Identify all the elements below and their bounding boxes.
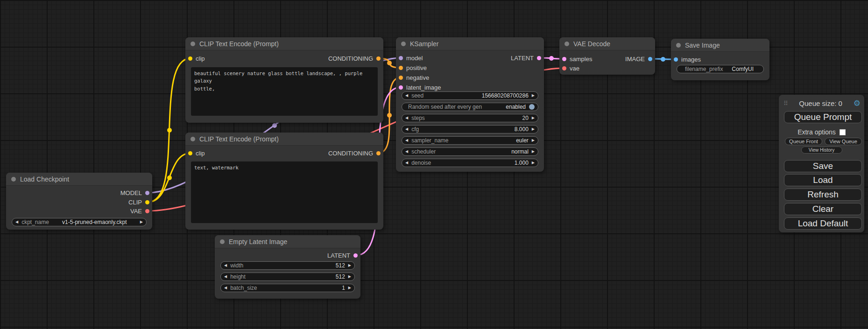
save-button[interactable]: Save: [784, 160, 862, 172]
stepper-left-icon[interactable]: ◀: [405, 139, 408, 142]
collapse-dot-icon[interactable]: [191, 42, 195, 46]
height-widget[interactable]: ◀ height 512 ▶: [220, 273, 355, 281]
image-output-port[interactable]: [648, 57, 652, 61]
stepper-left-icon[interactable]: ◀: [405, 116, 408, 120]
random-seed-toggle-widget[interactable]: Random seed after every gen enabled: [402, 103, 538, 111]
prompt-textarea[interactable]: beautiful scenery nature glass bottle la…: [191, 67, 378, 116]
node-title-bar[interactable]: CLIP Text Encode (Prompt): [185, 37, 383, 50]
vae-output-label: VAE: [130, 208, 142, 215]
drag-handle-icon[interactable]: ⠿: [783, 100, 788, 107]
samples-input-port[interactable]: [562, 57, 566, 61]
sampler-name-widget[interactable]: ◀ sampler_name euler ▶: [402, 136, 538, 145]
model-output-slot: MODEL: [120, 188, 149, 197]
stepper-right-icon[interactable]: ▶: [532, 161, 535, 165]
stepper-left-icon[interactable]: ◀: [405, 94, 408, 98]
cfg-widget[interactable]: ◀ cfg 8.000 ▶: [402, 125, 538, 133]
stepper-left-icon[interactable]: ◀: [405, 161, 408, 165]
widget-label: filename_prefix: [685, 66, 723, 72]
stepper-left-icon[interactable]: ◀: [405, 127, 408, 131]
positive-input-port[interactable]: [399, 66, 403, 70]
collapse-dot-icon[interactable]: [565, 42, 569, 46]
negative-input-port[interactable]: [399, 76, 403, 80]
load-checkpoint-node[interactable]: Load Checkpoint MODEL CLIP VAE ◀ ckpt_na…: [6, 173, 152, 230]
queue-front-button[interactable]: Queue Front: [785, 138, 822, 145]
collapse-dot-icon[interactable]: [676, 43, 681, 48]
clip-input-label: clip: [196, 150, 205, 157]
empty-latent-image-node[interactable]: Empty Latent Image LATENT ◀ width 512 ▶ …: [215, 235, 360, 299]
stepper-right-icon[interactable]: ▶: [532, 139, 535, 142]
collapse-dot-icon[interactable]: [401, 42, 406, 46]
extra-options-label: Extra options: [797, 128, 836, 136]
clip-output-port[interactable]: [145, 200, 149, 204]
ckpt-name-widget[interactable]: ◀ ckpt_name v1-5-pruned-emaonly.ckpt ▶: [12, 218, 147, 226]
batch-size-widget[interactable]: ◀ batch_size 1 ▶: [220, 284, 355, 292]
stepper-right-icon[interactable]: ▶: [532, 94, 535, 98]
save-image-node[interactable]: Save Image images filename_prefix ComfyU…: [671, 39, 769, 80]
view-queue-button[interactable]: View Queue: [825, 138, 862, 145]
extra-options-checkbox[interactable]: [840, 129, 846, 135]
node-title-bar[interactable]: Empty Latent Image: [215, 235, 360, 248]
model-output-port[interactable]: [145, 191, 149, 195]
node-title: Load Checkpoint: [20, 175, 69, 183]
collapse-dot-icon[interactable]: [11, 177, 16, 182]
node-title-bar[interactable]: Load Checkpoint: [6, 173, 152, 186]
node-title-bar[interactable]: VAE Decode: [559, 37, 655, 50]
steps-widget[interactable]: ◀ steps 20 ▶: [402, 114, 538, 122]
clip-input-label: clip: [196, 55, 205, 62]
view-history-button[interactable]: View History: [801, 147, 842, 154]
latent-image-input-port[interactable]: [399, 85, 403, 90]
conditioning-output-port[interactable]: [376, 151, 381, 155]
clip-text-encode-positive-node[interactable]: CLIP Text Encode (Prompt) clip CONDITION…: [185, 37, 383, 123]
denoise-widget[interactable]: ◀ denoise 1.000 ▶: [402, 159, 538, 167]
stepper-right-icon[interactable]: ▶: [348, 275, 351, 279]
latent-output-port[interactable]: [353, 253, 358, 258]
model-input-port[interactable]: [399, 56, 403, 60]
stepper-left-icon[interactable]: ◀: [224, 286, 227, 290]
conditioning-output-label: CONDITIONING: [328, 55, 373, 62]
load-button[interactable]: Load: [784, 174, 862, 186]
width-widget[interactable]: ◀ width 512 ▶: [220, 261, 355, 270]
vae-decode-node[interactable]: VAE Decode samples vae IMAGE: [559, 37, 655, 75]
widget-label: batch_size: [230, 285, 257, 291]
stepper-right-icon[interactable]: ▶: [348, 264, 351, 267]
node-title-bar[interactable]: Save Image: [671, 39, 769, 52]
ksampler-node[interactable]: KSampler model positive negative latent_…: [396, 37, 544, 172]
latent-output-port[interactable]: [537, 56, 541, 60]
widget-value: ComfyUI: [732, 66, 754, 72]
stepper-right-icon[interactable]: ▶: [532, 150, 535, 154]
widget-label: denoise: [411, 160, 431, 166]
refresh-button[interactable]: Refresh: [784, 189, 862, 201]
load-default-button[interactable]: Load Default: [784, 217, 862, 230]
scheduler-widget[interactable]: ◀ scheduler normal ▶: [402, 147, 538, 156]
vae-input-port[interactable]: [562, 66, 566, 70]
stepper-left-icon[interactable]: ◀: [15, 220, 18, 224]
stepper-right-icon[interactable]: ▶: [532, 127, 535, 131]
comfyui-canvas[interactable]: { "icons": { "stepper_left": "◀", "stepp…: [0, 0, 868, 329]
clip-input-port[interactable]: [188, 56, 192, 61]
collapse-dot-icon[interactable]: [191, 137, 195, 141]
filename-prefix-widget[interactable]: filename_prefix ComfyUI: [677, 65, 764, 73]
prompt-textarea[interactable]: text, watermark: [191, 161, 378, 223]
stepper-right-icon[interactable]: ▶: [140, 220, 143, 224]
seed-widget[interactable]: ◀ seed 156680208700286 ▶: [402, 91, 538, 100]
stepper-left-icon[interactable]: ◀: [405, 150, 408, 154]
vae-output-port[interactable]: [145, 209, 149, 213]
gear-icon[interactable]: ⚙: [854, 99, 861, 107]
conditioning-output-port[interactable]: [376, 56, 381, 61]
queue-prompt-button[interactable]: Queue Prompt: [784, 111, 862, 123]
clip-text-encode-negative-node[interactable]: CLIP Text Encode (Prompt) clip CONDITION…: [185, 133, 383, 230]
stepper-right-icon[interactable]: ▶: [532, 116, 535, 120]
node-title-bar[interactable]: CLIP Text Encode (Prompt): [185, 133, 383, 146]
images-input-port[interactable]: [674, 57, 678, 62]
stepper-left-icon[interactable]: ◀: [224, 264, 227, 267]
widget-value: 8.000: [515, 126, 529, 133]
clear-button[interactable]: Clear: [784, 203, 862, 215]
toggle-enabled-icon[interactable]: [529, 104, 535, 110]
latent-output-label: LATENT: [327, 252, 350, 259]
collapse-dot-icon[interactable]: [220, 239, 225, 244]
stepper-left-icon[interactable]: ◀: [224, 275, 227, 279]
clip-input-port[interactable]: [188, 151, 192, 155]
stepper-right-icon[interactable]: ▶: [348, 286, 351, 290]
latent-image-input-slot: latent_image: [399, 83, 441, 92]
node-title-bar[interactable]: KSampler: [396, 37, 544, 50]
